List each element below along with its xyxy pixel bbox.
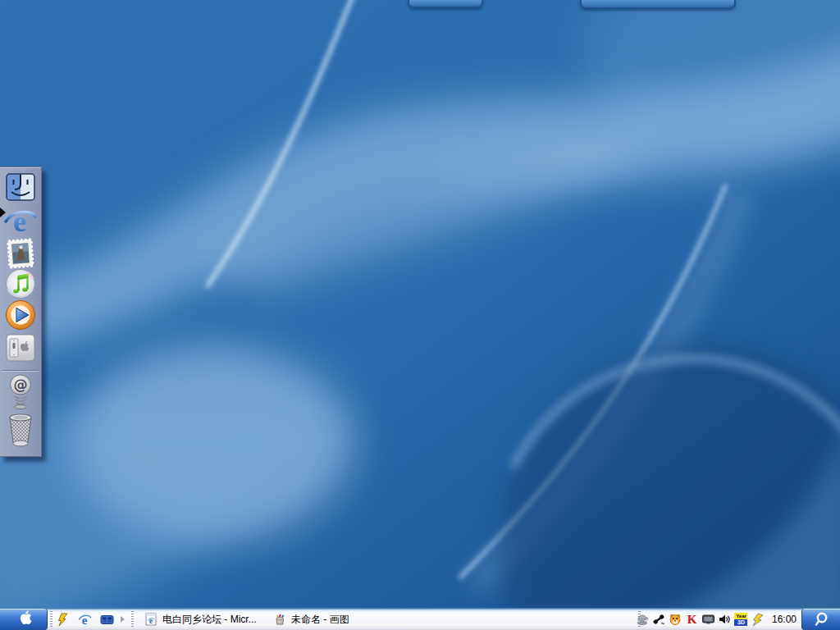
clipped-window-fragment-left[interactable] <box>408 0 483 8</box>
task-button-label: 电白同乡论坛 - Micr... <box>162 613 257 627</box>
dock-item-windows-media-player[interactable] <box>4 299 37 331</box>
internet-explorer-icon: e <box>78 613 92 627</box>
yellow-lightning-icon <box>751 613 765 627</box>
wallpaper <box>0 0 840 630</box>
task-button-paint[interactable]: 未命名 - 画图 <box>267 609 356 630</box>
dock-panel: e <box>0 167 42 457</box>
orange-pet-icon <box>669 613 682 626</box>
start-button[interactable] <box>0 609 48 630</box>
dock-item-system-preferences[interactable] <box>4 331 37 364</box>
winamp-lightning-icon <box>56 613 70 627</box>
trash-icon <box>6 411 35 449</box>
svg-text:e: e <box>13 205 26 237</box>
quick-launch-internet-explorer[interactable]: e <box>76 611 93 628</box>
svg-text:e: e <box>149 616 153 625</box>
red-k-icon: K <box>687 614 697 626</box>
windows-media-player-icon <box>5 299 36 331</box>
quick-launch-bar: e <box>54 609 125 630</box>
taskbar-separator <box>131 611 134 628</box>
taskbar-separator <box>50 611 52 628</box>
mail-stamp-icon <box>6 237 36 270</box>
tray-display[interactable] <box>701 613 715 627</box>
itunes-icon <box>5 268 36 299</box>
task-button-ie-forum[interactable]: e 电白同乡论坛 - Micr... <box>138 609 263 630</box>
svg-text:@: @ <box>14 377 28 393</box>
apple-logo-icon <box>15 610 33 629</box>
quick-launch-winamp[interactable] <box>54 611 71 628</box>
dock-separator <box>2 370 39 372</box>
dock-running-indicator-arrow <box>0 208 6 217</box>
tray-volume[interactable] <box>718 613 732 627</box>
search-button[interactable] <box>801 609 840 630</box>
clipped-window-fragment-right[interactable] <box>580 0 736 9</box>
system-preferences-icon <box>6 334 35 362</box>
paint-cup-icon <box>273 613 286 626</box>
dock-item-trash[interactable] <box>4 410 37 450</box>
quick-launch-chevron-icon[interactable] <box>121 616 125 623</box>
year-3d-icon: Year 3D <box>734 613 747 626</box>
tray-k-app[interactable]: K <box>685 613 699 627</box>
tray-dialer[interactable] <box>652 613 666 627</box>
dock-item-itunes[interactable] <box>4 267 37 300</box>
task-button-label: 未命名 - 画图 <box>291 613 349 627</box>
taskbar: e e 电白同乡论坛 - Micr... <box>0 608 840 630</box>
tray-input-method[interactable] <box>636 613 650 627</box>
dock-item-internet-at-spring[interactable]: @ <box>4 374 37 410</box>
tray-year3d[interactable]: Year 3D <box>734 613 748 627</box>
monitor-icon <box>701 613 715 626</box>
dock-item-mail[interactable] <box>4 237 37 270</box>
speaker-icon <box>718 613 731 626</box>
dock-item-finder[interactable] <box>4 171 37 203</box>
dock-item-internet-explorer[interactable]: e <box>4 204 37 237</box>
finder-icon <box>6 173 35 201</box>
quick-launch-media-player[interactable] <box>98 611 115 628</box>
tray-pet[interactable] <box>669 613 682 627</box>
media-window-icon <box>100 613 114 627</box>
at-spring-icon: @ <box>7 374 34 410</box>
system-tray: K Year 3D 16:00 <box>636 609 800 630</box>
magnifier-icon <box>813 611 829 628</box>
internet-explorer-page-icon: e <box>144 613 158 626</box>
taskbar-clock[interactable]: 16:00 <box>772 614 800 625</box>
tray-flashget[interactable] <box>751 613 765 627</box>
gray-teapot-icon <box>636 613 649 626</box>
internet-explorer-icon: e <box>4 204 37 237</box>
telephone-handset-icon <box>652 613 665 626</box>
desktop <box>0 0 840 630</box>
